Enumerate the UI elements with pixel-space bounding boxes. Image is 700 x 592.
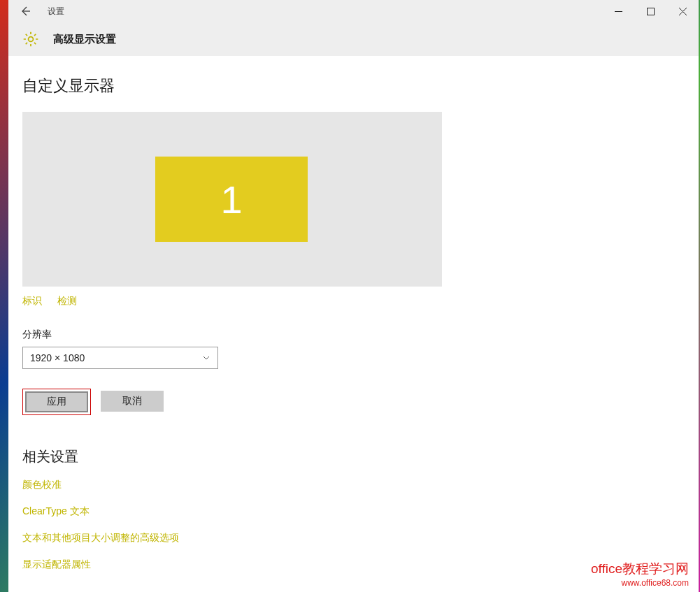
maximize-button[interactable]	[634, 0, 666, 22]
back-button[interactable]	[8, 0, 42, 22]
maximize-icon	[647, 8, 655, 15]
detect-link[interactable]: 检测	[57, 295, 77, 308]
link-text-size-advanced[interactable]: 文本和其他项目大小调整的高级选项	[22, 532, 685, 544]
watermark-title: office教程学习网	[591, 560, 689, 578]
apply-button[interactable]: 应用	[25, 391, 88, 412]
svg-point-1	[29, 37, 34, 42]
resolution-value: 1920 × 1080	[30, 352, 85, 363]
titlebar: 设置	[8, 0, 699, 22]
window-controls	[602, 0, 699, 22]
monitor-tile-1[interactable]: 1	[155, 157, 308, 242]
action-buttons: 应用 取消	[22, 389, 685, 415]
minimize-button[interactable]	[602, 0, 634, 22]
content-area: 自定义显示器 1 标识 检测 分辨率 1920 × 1080 应用 取消	[8, 56, 699, 592]
section-title-custom-display: 自定义显示器	[22, 75, 685, 96]
chevron-down-icon	[202, 354, 210, 362]
monitor-number: 1	[220, 177, 242, 222]
close-button[interactable]	[666, 0, 699, 22]
page-title: 高级显示设置	[53, 33, 116, 46]
related-settings-title: 相关设置	[22, 447, 685, 466]
svg-rect-0	[647, 8, 654, 15]
identify-link[interactable]: 标识	[22, 295, 42, 308]
page-header: 高级显示设置	[8, 22, 699, 56]
settings-window: 设置 高级显示设置 自定义显示器 1	[8, 0, 699, 592]
apply-button-highlight: 应用	[22, 389, 91, 415]
link-display-adapter-properties[interactable]: 显示适配器属性	[22, 558, 685, 571]
resolution-label: 分辨率	[22, 329, 685, 341]
gear-icon	[21, 29, 41, 49]
minimize-icon	[615, 8, 622, 15]
link-color-calibration[interactable]: 颜色校准	[22, 479, 685, 491]
window-title: 设置	[48, 6, 64, 17]
display-preview: 1	[22, 112, 442, 287]
back-arrow-icon	[20, 6, 31, 17]
display-action-links: 标识 检测	[22, 295, 685, 308]
resolution-dropdown[interactable]: 1920 × 1080	[22, 347, 218, 369]
link-cleartype-text[interactable]: ClearType 文本	[22, 505, 685, 518]
cancel-button[interactable]: 取消	[101, 391, 164, 412]
watermark: office教程学习网 www.office68.com	[591, 560, 689, 588]
close-icon	[679, 8, 687, 15]
related-links: 颜色校准 ClearType 文本 文本和其他项目大小调整的高级选项 显示适配器…	[22, 479, 685, 571]
watermark-url: www.office68.com	[591, 578, 689, 588]
